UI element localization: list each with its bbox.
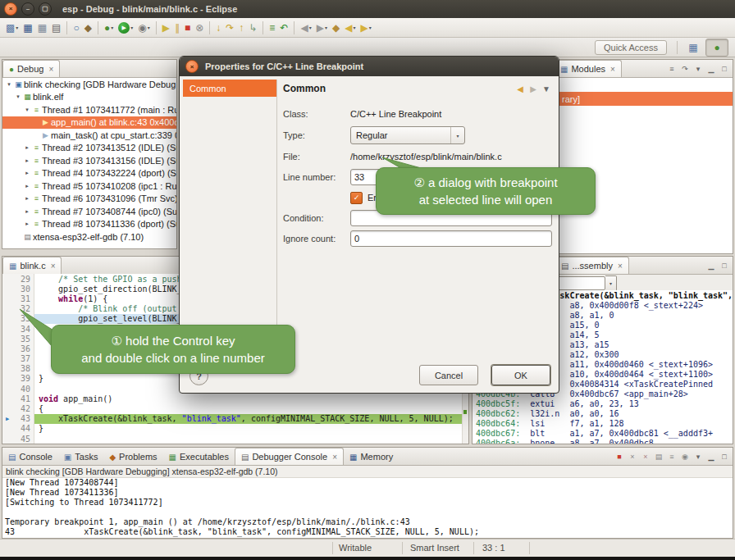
debug-tree-item[interactable]: ▾≡Thread #1 1073411772 (main : Runn xyxy=(2,103,176,116)
save-button[interactable]: ▦ xyxy=(21,20,34,36)
previous-annotation-button[interactable]: ◀▾ xyxy=(299,20,313,36)
remove-all-consoles-icon[interactable]: × xyxy=(640,450,651,462)
dialog-sidebar-item-common[interactable]: Common xyxy=(183,80,276,97)
debug-tree-item[interactable]: ▸≡Thread #5 1073410208 (ipc1 : Runni xyxy=(2,180,176,193)
type-dropdown[interactable]: Regular ▾ xyxy=(350,126,465,144)
disconnect-button[interactable]: ⊗ xyxy=(194,20,205,36)
debug-tree-item[interactable]: ▸≡Thread #8 1073411336 (dport) (Sus xyxy=(2,218,176,231)
back-icon[interactable]: ◀ xyxy=(514,83,526,95)
ok-button[interactable]: OK xyxy=(491,365,550,385)
expander-icon[interactable]: ▸ xyxy=(23,183,31,189)
debug-tree-item[interactable]: ▸≡Thread #2 1073413512 (IDLE) (Susp xyxy=(2,142,176,155)
expander-icon[interactable]: ▾ xyxy=(5,81,13,88)
debug-tree-item[interactable]: ▸≡Thread #6 1073431096 (Tmr Svc) (S xyxy=(2,193,176,206)
close-icon[interactable]: × xyxy=(618,262,623,271)
step-into-button[interactable]: ↓ xyxy=(214,20,222,36)
minimize-view-icon[interactable]: ▁ xyxy=(705,259,717,271)
expander-icon[interactable]: ▾ xyxy=(23,107,31,113)
maximize-view-icon[interactable]: □ xyxy=(719,450,730,462)
console-tab[interactable]: ▤Console xyxy=(2,448,58,465)
line-number[interactable]: 43 xyxy=(12,414,34,424)
view-menu-icon[interactable]: ▼ xyxy=(541,83,552,95)
close-icon[interactable]: × xyxy=(51,262,56,271)
forward-button[interactable]: ▶▾ xyxy=(358,20,372,36)
line-number[interactable]: 40 xyxy=(12,384,34,394)
build-button[interactable]: ◆ xyxy=(83,20,94,36)
maximize-button[interactable]: ▢ xyxy=(39,2,52,16)
close-button[interactable]: × xyxy=(4,2,17,16)
tab-modules[interactable]: ▦ Modules × xyxy=(554,60,622,77)
restart-button[interactable]: ↶ xyxy=(278,20,290,36)
save-all-button[interactable]: ▦ xyxy=(36,20,48,36)
expander-icon[interactable]: ▸ xyxy=(23,144,31,151)
print-button[interactable]: ▤ xyxy=(50,20,62,36)
close-icon[interactable]: × xyxy=(48,65,53,74)
forward-icon[interactable]: ▶ xyxy=(527,83,539,95)
expander-icon[interactable]: ▾ xyxy=(14,93,22,100)
debug-tree-item[interactable]: ▾▦blink.elf xyxy=(2,91,176,104)
line-number[interactable]: 34 xyxy=(12,324,34,334)
dialog-close-button[interactable]: × xyxy=(185,60,199,73)
collapse-all-icon[interactable]: ≡ xyxy=(666,62,678,75)
line-number[interactable]: 30 xyxy=(12,284,34,294)
expander-icon[interactable]: ▸ xyxy=(23,221,31,227)
enabled-checkbox[interactable]: ✓ xyxy=(350,192,363,204)
module-row-selected[interactable]: rary] xyxy=(554,92,733,106)
line-number[interactable]: 44 xyxy=(12,424,34,434)
expander-icon[interactable]: ▸ xyxy=(23,195,31,202)
chevron-down-icon[interactable]: ▾ xyxy=(605,275,617,291)
pin-console-icon[interactable]: ◉ xyxy=(679,450,691,462)
expander-icon[interactable]: ▸ xyxy=(23,170,31,176)
minimize-button[interactable]: – xyxy=(21,2,34,16)
debug-perspective-button[interactable]: ● xyxy=(705,39,728,57)
drop-to-frame-button[interactable]: ↳ xyxy=(247,20,258,36)
close-icon[interactable]: × xyxy=(610,65,615,74)
line-number[interactable]: 32 xyxy=(12,304,34,314)
problems-tab[interactable]: ◆Problems xyxy=(103,448,162,465)
step-over-button[interactable]: ↷ xyxy=(224,20,235,36)
quick-access-button[interactable]: Quick Access xyxy=(595,40,667,55)
line-number[interactable]: 41 xyxy=(12,394,34,403)
line-number[interactable]: 35 xyxy=(12,334,34,344)
maximize-view-icon[interactable]: □ xyxy=(719,62,730,75)
refresh-icon[interactable]: ↷ xyxy=(679,62,691,75)
tab-blink-c[interactable]: ▦ blink.c × xyxy=(2,257,62,274)
debug-tree-item[interactable]: ▶main_task() at cpu_start.c:339 0x4 xyxy=(2,129,176,142)
tasks-tab[interactable]: ▣Tasks xyxy=(58,448,104,465)
run-button[interactable]: ▶▾ xyxy=(116,20,135,36)
line-number[interactable]: 33 xyxy=(12,314,34,324)
expander-icon[interactable]: ▸ xyxy=(23,208,31,215)
ignore-count-input[interactable] xyxy=(350,230,552,247)
executables-tab[interactable]: ▦Executables xyxy=(163,448,235,465)
external-tools-button[interactable]: ◉▾ xyxy=(136,20,152,36)
instruction-stepping-button[interactable]: ≡ xyxy=(267,20,276,36)
line-number[interactable]: 37 xyxy=(12,354,34,364)
back-button[interactable]: ◀▾ xyxy=(343,20,357,36)
maximize-view-icon[interactable]: □ xyxy=(719,259,730,271)
line-number[interactable]: 38 xyxy=(12,364,34,374)
debug-tree-item[interactable]: ▾▣blink checking [GDB Hardware Debug xyxy=(2,78,176,91)
debug-tree-item[interactable]: ▸≡Thread #3 1073413156 (IDLE) (Susp xyxy=(2,154,176,167)
tab-debug[interactable]: ● Debug × xyxy=(2,60,60,77)
debug-button[interactable]: ●▾ xyxy=(103,20,115,36)
view-menu-icon[interactable]: ▾ xyxy=(692,62,704,75)
step-return-button[interactable]: ↑ xyxy=(237,20,245,36)
close-icon[interactable]: × xyxy=(332,453,337,462)
next-annotation-button[interactable]: ▶▾ xyxy=(315,20,329,36)
clear-console-icon[interactable]: ▤ xyxy=(653,450,664,462)
line-number[interactable]: 42 xyxy=(12,403,34,413)
debug-tree-item[interactable]: ▶app_main() at blink.c:43 0x400dbc xyxy=(2,116,176,130)
line-number[interactable]: 29 xyxy=(12,274,34,284)
module-row[interactable] xyxy=(554,78,733,92)
console-output[interactable]: [New Thread 1073408744][New Thread 10734… xyxy=(2,478,733,537)
console-menu-icon[interactable]: ▾ xyxy=(692,450,704,462)
debug-tree-item[interactable]: ▤xtensa-esp32-elf-gdb (7.10) xyxy=(2,230,176,244)
minimize-view-icon[interactable]: ▁ xyxy=(705,450,717,462)
debugger-console-tab[interactable]: ▤Debugger Console× xyxy=(235,448,344,465)
scroll-lock-icon[interactable]: ≡ xyxy=(666,450,678,462)
tab-disassembly[interactable]: ▤ ...ssembly × xyxy=(555,257,629,274)
terminate-button[interactable]: ■ xyxy=(183,20,192,36)
resume-button[interactable]: ▶ xyxy=(161,20,171,36)
terminate-console-icon[interactable]: ■ xyxy=(614,450,625,462)
skip-all-breakpoints-button[interactable]: ○ xyxy=(71,20,80,36)
